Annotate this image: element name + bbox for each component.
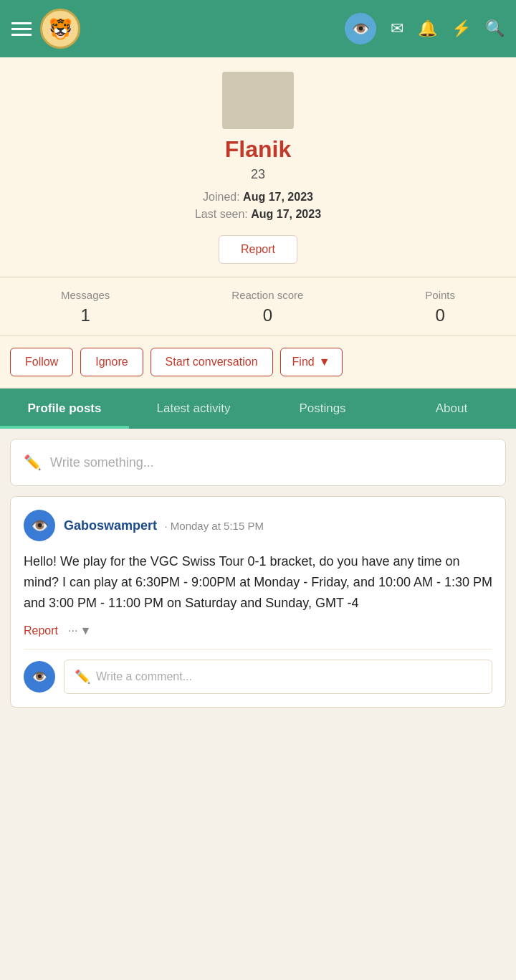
tab-latest-activity-label: Latest activity: [157, 401, 231, 415]
comment-pencil-icon: ✏️: [75, 669, 90, 685]
post-time: · Monday at 5:15 PM: [165, 520, 264, 532]
profile-avatar-area: [11, 72, 505, 129]
tab-latest-activity[interactable]: Latest activity: [129, 389, 258, 429]
stats-bar: Messages 1 Reaction score 0 Points 0: [0, 277, 516, 336]
action-bar: Follow Ignore Start conversation Find ▼: [0, 336, 516, 389]
write-something-box[interactable]: ✏️ Write something...: [10, 439, 506, 486]
comment-placeholder: Write a comment...: [96, 670, 192, 683]
comment-area: 👁️ ✏️ Write a comment...: [24, 649, 492, 694]
bolt-icon[interactable]: ⚡: [452, 19, 471, 38]
last-seen-info: Last seen: Aug 17, 2023: [11, 208, 505, 221]
joined-info: Joined: Aug 17, 2023: [11, 191, 505, 204]
tab-profile-posts[interactable]: Profile posts: [0, 389, 129, 429]
reaction-stat: Reaction score 0: [231, 289, 303, 325]
joined-label: Joined:: [203, 191, 240, 203]
more-chevron-icon: ▼: [80, 624, 91, 637]
post-report-link[interactable]: Report: [24, 624, 58, 637]
messages-value: 1: [61, 305, 110, 325]
header-left: 🐯: [11, 9, 80, 49]
profile-avatar: [222, 72, 294, 129]
find-button[interactable]: Find ▼: [280, 348, 343, 376]
tab-about[interactable]: About: [387, 389, 516, 429]
last-seen-label: Last seen:: [195, 208, 248, 220]
poster-name[interactable]: Gaboswampert: [64, 518, 157, 533]
nav-avatar-icon: 👁️: [352, 20, 370, 37]
find-label: Find: [292, 356, 315, 368]
post-header: 👁️ Gaboswampert · Monday at 5:15 PM: [24, 510, 492, 541]
tab-postings-label: Postings: [299, 401, 345, 415]
more-dots: ···: [68, 624, 77, 637]
bell-icon[interactable]: 🔔: [418, 19, 437, 38]
hamburger-menu[interactable]: [11, 22, 32, 36]
profile-tabs: Profile posts Latest activity Postings A…: [0, 389, 516, 429]
messages-stat: Messages 1: [61, 289, 110, 325]
report-button[interactable]: Report: [219, 235, 297, 264]
find-dropdown-icon: ▼: [319, 356, 330, 368]
points-stat: Points 0: [425, 289, 455, 325]
post-card: 👁️ Gaboswampert · Monday at 5:15 PM Hell…: [10, 496, 506, 708]
post-body: Hello! We play for the VGC Swiss Tour 0-…: [24, 551, 492, 613]
profile-name: Flanik: [11, 136, 505, 163]
poster-avatar[interactable]: 👁️: [24, 510, 55, 541]
profile-section: Flanik 23 Joined: Aug 17, 2023 Last seen…: [0, 57, 516, 277]
search-icon[interactable]: 🔍: [485, 19, 505, 38]
commenter-avatar: 👁️: [24, 661, 55, 693]
reaction-value: 0: [231, 305, 303, 325]
messages-label: Messages: [61, 289, 110, 301]
site-logo[interactable]: 🐯: [40, 9, 80, 49]
logo-icon: 🐯: [48, 17, 73, 41]
commenter-avatar-icon: 👁️: [32, 669, 47, 685]
comment-input-wrapper[interactable]: ✏️ Write a comment...: [64, 660, 492, 694]
joined-date: Aug 17, 2023: [243, 191, 313, 203]
post-more-button[interactable]: ··· ▼: [68, 624, 91, 637]
last-seen-date: Aug 17, 2023: [251, 208, 321, 220]
pencil-icon: ✏️: [24, 454, 42, 471]
points-value: 0: [425, 305, 455, 325]
poster-avatar-icon: 👁️: [31, 517, 49, 534]
tab-about-label: About: [436, 401, 467, 415]
header: 🐯 👁️ ✉ 🔔 ⚡ 🔍: [0, 0, 516, 57]
follow-button[interactable]: Follow: [10, 348, 73, 376]
post-actions: Report ··· ▼: [24, 624, 492, 637]
content-area: ✏️ Write something... 👁️ Gaboswampert · …: [0, 429, 516, 718]
post-meta: Gaboswampert · Monday at 5:15 PM: [64, 518, 264, 533]
points-label: Points: [425, 289, 455, 301]
mail-icon[interactable]: ✉: [391, 19, 403, 38]
profile-age: 23: [11, 167, 505, 182]
write-placeholder: Write something...: [50, 455, 154, 470]
tab-postings[interactable]: Postings: [258, 389, 387, 429]
nav-avatar[interactable]: 👁️: [345, 13, 376, 44]
reaction-label: Reaction score: [231, 289, 303, 301]
ignore-button[interactable]: Ignore: [80, 348, 143, 376]
header-right: 👁️ ✉ 🔔 ⚡ 🔍: [345, 13, 505, 44]
start-conversation-button[interactable]: Start conversation: [150, 348, 273, 376]
tab-profile-posts-label: Profile posts: [28, 401, 102, 415]
